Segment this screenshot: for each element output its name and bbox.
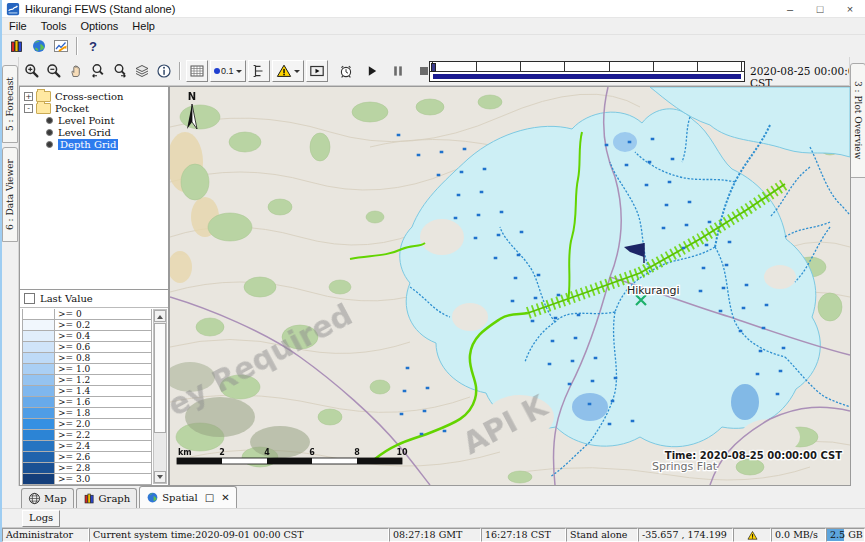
legend-row-label: >= 0.8 — [55, 353, 152, 364]
legend-row-label: >= 0.6 — [55, 342, 152, 353]
tree-item-pocket[interactable]: - Pocket — [20, 102, 168, 114]
playback-speed-button[interactable] — [335, 60, 357, 82]
longitudinal-profile-button[interactable] — [248, 60, 270, 82]
expand-icon[interactable]: + — [24, 92, 33, 101]
status-memory: 2.5 GB — [830, 529, 863, 540]
maximize-button[interactable]: □ — [805, 0, 835, 17]
scale-tick-label: 10 — [396, 448, 408, 457]
legend-row[interactable]: >= 2.0 — [22, 419, 152, 430]
spatial-display-button[interactable] — [28, 35, 50, 57]
tab-close-icon[interactable]: ✕ — [221, 492, 229, 503]
toolbar-separator — [76, 37, 78, 55]
tab-forecast[interactable]: 5 : Forecast — [2, 65, 18, 143]
timeline-axis — [430, 71, 744, 72]
legend-scrollbar[interactable] — [153, 309, 167, 484]
legend-row-label: >= 1.2 — [55, 375, 152, 386]
legend-color-swatch — [22, 419, 55, 430]
map-canvas: Hikurangi Springs Flat Time: 2020-08-25 … — [170, 87, 850, 485]
legend-header: Last Value — [20, 290, 168, 308]
timeline-slider[interactable] — [429, 61, 745, 82]
tab-plot-overview[interactable]: 3 : Plot Overview — [850, 63, 865, 178]
legend-row[interactable]: >= 2.6 — [22, 452, 152, 463]
tree-item-level-grid[interactable]: Level Grid — [20, 126, 168, 138]
arrow-up-icon — [157, 312, 163, 319]
last-value-checkbox[interactable] — [24, 293, 35, 304]
status-warning-icon — [747, 530, 758, 541]
legend-row-label: >= 1.4 — [55, 386, 152, 397]
pan-button[interactable] — [65, 60, 87, 82]
grid-layer-button[interactable] — [186, 60, 208, 82]
threshold-dot-icon — [214, 68, 220, 74]
legend-row[interactable]: >= 1.0 — [22, 364, 152, 375]
minimize-button[interactable]: – — [775, 0, 805, 17]
legend-row[interactable]: >= 1.8 — [22, 408, 152, 419]
status-warning-cell[interactable] — [733, 528, 771, 542]
help-button[interactable]: ? — [82, 35, 104, 57]
status-user: Administrator — [2, 528, 89, 542]
legend-row[interactable]: >= 0.4 — [22, 331, 152, 342]
legend-row-label: >= 2.6 — [55, 452, 152, 463]
close-button[interactable]: × — [835, 0, 865, 17]
legend-row[interactable]: >= 1.4 — [22, 386, 152, 397]
tree-item-level-point[interactable]: Level Point — [20, 114, 168, 126]
pause-button[interactable] — [387, 60, 409, 82]
legend-panel: Last Value >= 0>= 0.2>= 0.4>= 0.6>= 0.8>… — [20, 290, 168, 485]
layers-button[interactable] — [131, 60, 153, 82]
legend-row-label: >= 1.0 — [55, 364, 152, 375]
tab-spatial[interactable]: Spatial □ ✕ — [139, 486, 236, 508]
zoom-previous-button[interactable] — [87, 60, 109, 82]
legend-row[interactable]: >= 0.2 — [22, 320, 152, 331]
dropdown-caret-icon — [294, 70, 300, 76]
menu-help[interactable]: Help — [125, 19, 162, 33]
play-button[interactable] — [361, 60, 383, 82]
tree-item-label: Pocket — [55, 103, 89, 114]
zoom-out-button[interactable] — [43, 60, 65, 82]
zoom-in-button[interactable] — [21, 60, 43, 82]
tree-item-depth-grid[interactable]: Depth Grid — [20, 138, 168, 150]
map-time-label: Time: 2020-08-25 00:00:00 CST — [665, 450, 842, 461]
legend-row[interactable]: >= 1.6 — [22, 397, 152, 408]
legend-row-label: >= 2.8 — [55, 463, 152, 474]
legend-row[interactable]: >= 2.2 — [22, 430, 152, 441]
legend-color-swatch — [22, 430, 55, 441]
tab-map[interactable]: Map — [21, 488, 74, 508]
animation-button[interactable] — [306, 60, 328, 82]
menu-options[interactable]: Options — [73, 19, 125, 33]
threshold-button[interactable]: 0.1 — [210, 60, 246, 82]
toolbar-separator — [179, 62, 181, 80]
legend-row[interactable]: >= 0.6 — [22, 342, 152, 353]
collapse-icon[interactable]: - — [24, 104, 33, 113]
legend-row[interactable]: >= 2.4 — [22, 441, 152, 452]
tab-data-viewer[interactable]: 6 : Data Viewer — [2, 147, 18, 242]
folder-icon — [36, 103, 51, 114]
place-label-springs-flat: Springs Flat — [652, 460, 718, 473]
scale-tick-label: 4 — [264, 448, 270, 457]
tab-graph[interactable]: Graph — [76, 488, 138, 508]
forecast-dialog-button[interactable] — [50, 35, 72, 57]
spatial-map[interactable]: Hikurangi Springs Flat Time: 2020-08-25 … — [169, 86, 851, 486]
tab-maximize-icon[interactable]: □ — [205, 492, 214, 503]
legend-row[interactable]: >= 3.0 — [22, 474, 152, 485]
menu-tools[interactable]: Tools — [34, 19, 74, 33]
legend-color-swatch — [22, 364, 55, 375]
tree-item-label: Level Point — [58, 115, 115, 126]
legend-title: Last Value — [40, 293, 93, 304]
zoom-next-button[interactable] — [109, 60, 131, 82]
legend-row-label: >= 3.0 — [55, 474, 152, 485]
bullet-icon — [46, 129, 53, 136]
timeseries-display-button[interactable] — [6, 35, 28, 57]
scrollbar-up-button[interactable] — [154, 310, 166, 322]
legend-row[interactable]: >= 1.2 — [22, 375, 152, 386]
scrollbar-thumb[interactable] — [154, 323, 166, 433]
logs-button[interactable]: Logs — [22, 510, 60, 527]
info-button[interactable] — [153, 60, 175, 82]
legend-row[interactable]: >= 0 — [22, 309, 152, 320]
warnings-button[interactable] — [272, 60, 304, 82]
right-tab-strip: 3 : Plot Overview — [849, 57, 865, 486]
scrollbar-down-button[interactable] — [154, 471, 166, 483]
legend-row[interactable]: >= 0.8 — [22, 353, 152, 364]
zoom-previous-icon — [90, 63, 106, 79]
legend-row[interactable]: >= 2.8 — [22, 463, 152, 474]
timeline-thumb[interactable] — [431, 63, 436, 72]
menu-file[interactable]: File — [2, 19, 34, 33]
